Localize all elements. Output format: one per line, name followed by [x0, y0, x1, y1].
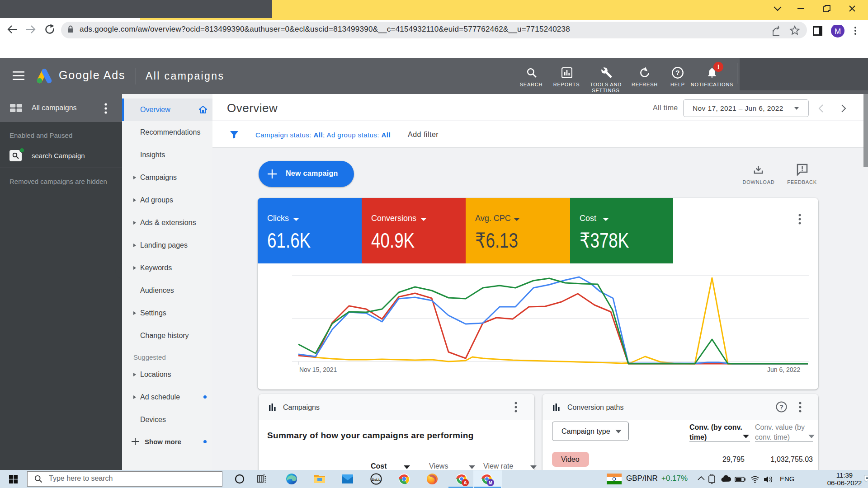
svg-text:?: ? [779, 404, 783, 411]
svg-text:?: ? [675, 69, 679, 76]
svg-text:DɛLL: DɛLL [372, 478, 381, 482]
svg-text:M: M [489, 480, 492, 485]
svg-text:M: M [835, 27, 841, 36]
svg-text:A: A [463, 480, 467, 485]
